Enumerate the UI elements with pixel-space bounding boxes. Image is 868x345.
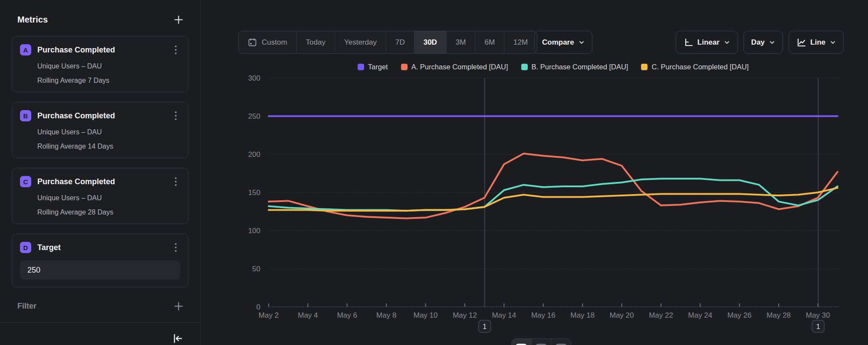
svg-text:150: 150 (248, 189, 260, 197)
legend-label: A. Purchase Completed [DAU] (411, 63, 508, 71)
svg-text:May 24: May 24 (688, 311, 713, 319)
svg-text:May 10: May 10 (414, 311, 438, 319)
svg-text:May 2: May 2 (259, 311, 279, 319)
scale-selector-button[interactable]: Linear (676, 31, 738, 54)
add-metric-button[interactable] (173, 14, 184, 26)
scale-label: Linear (697, 38, 720, 47)
compare-label: Compare (542, 38, 574, 47)
range-6m[interactable]: 6M (475, 31, 504, 53)
compare-button[interactable]: Compare (534, 31, 592, 54)
svg-text:100: 100 (248, 227, 260, 235)
svg-text:May 20: May 20 (610, 311, 634, 319)
metric-menu-button[interactable] (171, 176, 180, 188)
chevron-down-icon (769, 39, 775, 46)
range-label: 30D (424, 38, 437, 47)
interval-selector-button[interactable]: Day (743, 31, 783, 54)
metric-title: Purchase Completed (37, 177, 171, 186)
legend-item[interactable]: Target (358, 63, 388, 71)
svg-text:May 6: May 6 (337, 311, 357, 319)
filter-section: Filter (17, 300, 184, 312)
collapse-sidebar-button[interactable] (171, 332, 184, 345)
svg-text:300: 300 (248, 74, 260, 82)
legend-swatch (641, 64, 648, 70)
svg-text:May 4: May 4 (298, 311, 318, 319)
chart-type-selector-button[interactable]: Line (789, 31, 844, 54)
series-line (269, 188, 838, 211)
target-card-title: Target (37, 243, 171, 252)
range-7d[interactable]: 7D (386, 31, 414, 53)
chart-legend: TargetA. Purchase Completed [DAU]B. Purc… (269, 63, 838, 71)
metric-formula: Rolling Average 28 Days (37, 208, 180, 216)
target-card[interactable]: D Target (12, 234, 188, 287)
range-custom[interactable]: Custom (239, 31, 296, 53)
add-filter-button[interactable] (173, 300, 184, 312)
line-chart-icon (796, 38, 806, 47)
metric-card-list: APurchase CompletedUnique Users – DAURol… (12, 36, 188, 287)
range-today[interactable]: Today (296, 31, 335, 53)
metric-card[interactable]: CPurchase CompletedUnique Users – DAURol… (12, 168, 188, 224)
svg-text:1: 1 (483, 323, 487, 330)
metric-badge: D (20, 242, 31, 253)
linear-axis-icon (684, 38, 693, 47)
interval-label: Day (751, 38, 765, 47)
range-12m[interactable]: 12M (504, 31, 537, 53)
view-mode-card-button[interactable] (551, 339, 571, 345)
range-label: 7D (395, 38, 405, 47)
svg-text:May 18: May 18 (570, 311, 595, 319)
svg-text:1: 1 (816, 323, 820, 330)
annotation-badge[interactable]: 1 (479, 320, 491, 332)
view-mode-table-button[interactable] (531, 339, 551, 345)
target-value-input[interactable] (20, 260, 180, 280)
range-label: Today (306, 38, 326, 47)
svg-text:May 14: May 14 (492, 311, 516, 319)
legend-item[interactable]: B. Purchase Completed [DAU] (521, 63, 628, 71)
legend-item[interactable]: A. Purchase Completed [DAU] (401, 63, 508, 71)
metric-badge: B (20, 110, 31, 121)
metric-title: Purchase Completed (37, 111, 171, 120)
chevron-down-icon (724, 39, 730, 46)
plus-icon (174, 301, 184, 311)
target-card-menu-button[interactable] (171, 241, 180, 254)
plus-icon (174, 15, 184, 25)
chevron-down-icon (579, 39, 585, 46)
metric-card[interactable]: APurchase CompletedUnique Users – DAURol… (12, 36, 188, 92)
range-label: 6M (484, 38, 495, 47)
svg-text:May 28: May 28 (766, 311, 791, 319)
svg-text:0: 0 (256, 303, 260, 311)
sidebar-footer (0, 323, 200, 345)
svg-text:May 26: May 26 (727, 311, 752, 319)
annotation-badge[interactable]: 1 (812, 320, 824, 332)
range-30d[interactable]: 30D (414, 31, 446, 53)
chevron-down-icon (830, 39, 836, 46)
metric-menu-button[interactable] (171, 110, 180, 122)
chart-panel: 050100150200250300May 2May 4May 6May 8Ma… (201, 0, 868, 345)
svg-text:50: 50 (252, 265, 260, 273)
range-label: 12M (513, 38, 528, 47)
range-yesterday[interactable]: Yesterday (335, 31, 386, 53)
metric-menu-button[interactable] (171, 44, 180, 56)
collapse-left-icon (171, 332, 184, 345)
svg-text:May 30: May 30 (806, 311, 830, 319)
sidebar-header: Metrics (17, 14, 184, 26)
metrics-title: Metrics (17, 15, 48, 25)
legend-item[interactable]: C. Purchase Completed [DAU] (641, 63, 749, 71)
filter-title: Filter (17, 302, 36, 311)
chart-type-label: Line (810, 38, 825, 47)
range-3m[interactable]: 3M (446, 31, 475, 53)
legend-label: C. Purchase Completed [DAU] (651, 63, 749, 71)
metric-measure: Unique Users – DAU (37, 194, 180, 202)
calendar-icon (248, 38, 257, 47)
metrics-sidebar: Metrics APurchase CompletedUnique Users … (0, 0, 201, 345)
legend-swatch (358, 64, 364, 70)
svg-text:May 8: May 8 (376, 311, 396, 319)
legend-swatch (521, 64, 528, 70)
svg-text:May 22: May 22 (649, 311, 673, 319)
range-label: Custom (262, 38, 287, 47)
svg-text:May 16: May 16 (531, 311, 556, 319)
legend-label: Target (368, 63, 388, 71)
metric-card[interactable]: BPurchase CompletedUnique Users – DAURol… (12, 102, 188, 158)
view-mode-chart-button[interactable] (512, 339, 531, 345)
svg-text:250: 250 (248, 112, 260, 120)
range-label: 3M (456, 38, 466, 47)
metric-formula: Rolling Average 7 Days (37, 77, 180, 85)
